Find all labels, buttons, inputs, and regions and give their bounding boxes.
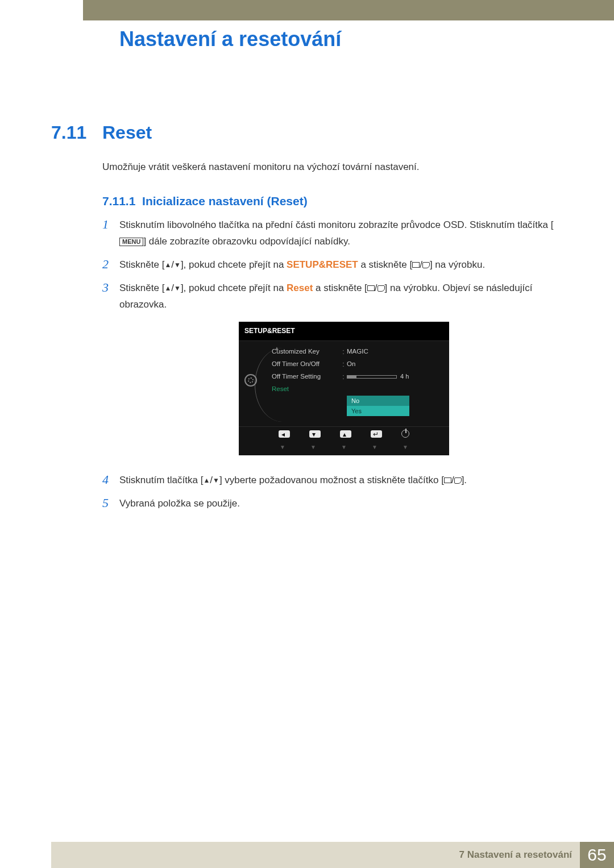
- gear-icon: [244, 374, 257, 387]
- subsection-title: Inicializace nastavení (Reset): [142, 194, 308, 207]
- enter-icon: [377, 285, 385, 292]
- slider-value: 4 h: [400, 373, 409, 380]
- triangle-down-icon: ▼: [174, 261, 181, 269]
- text: ] vyberte požadovanou možnost a stisknět…: [219, 475, 444, 485]
- chapter-tab: [51, 0, 83, 32]
- subsection-heading: 7.11.1 Inicializace nastavení (Reset): [102, 194, 308, 208]
- colon: :: [340, 359, 347, 370]
- enter-icon: [454, 477, 462, 484]
- osd-up-icon: [340, 430, 351, 438]
- step-text: Vybraná položka se použije.: [119, 496, 240, 512]
- menu-button-label: MENU: [119, 238, 143, 246]
- step-number: 2: [102, 257, 119, 273]
- menu-target: Reset: [287, 283, 313, 293]
- triangle-down-icon: ▼: [174, 284, 181, 292]
- section-number: 7.11: [51, 122, 86, 143]
- osd-power-icon: [401, 430, 409, 438]
- osd-row-off-timer-setting: Off Timer Setting : 4 h: [272, 371, 441, 383]
- osd-enter-icon: [371, 430, 382, 438]
- colon: :: [340, 346, 347, 358]
- step-1: 1 Stisknutím libovolného tlačítka na pře…: [102, 217, 563, 250]
- osd-value: MAGIC: [347, 346, 368, 358]
- tick-icon: ▼: [400, 442, 411, 452]
- triangle-up-icon: ▲: [164, 261, 171, 269]
- steps-list: 1 Stisknutím libovolného tlačítka na pře…: [102, 217, 563, 519]
- osd-footer-ticks: ▼ ▼ ▼ ▼ ▼: [239, 442, 449, 455]
- tick-icon: ▼: [277, 442, 288, 452]
- step-text: Stiskněte [▲/▼], pokud chcete přejít na …: [119, 280, 563, 466]
- rectangle-icon: [412, 262, 420, 268]
- osd-menu-items: Customized Key : MAGIC Off Timer On/Off …: [272, 346, 441, 416]
- dropdown-option-yes: Yes: [347, 406, 409, 416]
- osd-body: ▲ Customized Key : MAGIC Off Timer On/Of…: [239, 341, 449, 426]
- footer-chapter-label: 7 Nastavení a resetování: [459, 849, 572, 861]
- osd-row-reset: Reset: [272, 383, 441, 396]
- osd-arc-decoration: [255, 348, 289, 422]
- slider-icon: [347, 375, 397, 379]
- triangle-up-icon: ▲: [203, 476, 210, 484]
- tick-icon: ▼: [338, 442, 350, 452]
- step-text: Stiskněte [▲/▼], pokud chcete přejít na …: [119, 257, 485, 273]
- text: ], pokud chcete přejít na: [181, 259, 287, 270]
- osd-screenshot: SETUP&RESET ▲ Customized Key : MAGIC Off…: [239, 322, 449, 455]
- tick-icon: ▼: [369, 442, 380, 452]
- text: Stisknutím libovolného tlačítka na předn…: [119, 219, 553, 230]
- text: Stisknutím tlačítka [: [119, 475, 203, 485]
- step-number: 4: [102, 472, 119, 489]
- subsection-number: 7.11.1: [102, 194, 135, 207]
- text: ], pokud chcete přejít na: [181, 283, 287, 293]
- page-footer: 7 Nastavení a resetování 65: [51, 842, 614, 868]
- rectangle-icon: [367, 285, 375, 291]
- osd-value: On: [347, 359, 355, 370]
- page-number: 65: [580, 842, 614, 868]
- text: ] dále zobrazíte obrazovku odpovídající …: [143, 236, 350, 247]
- triangle-up-icon: ▲: [164, 284, 171, 292]
- step-number: 3: [102, 280, 119, 466]
- osd-row-off-timer-onoff: Off Timer On/Off : On: [272, 358, 441, 371]
- osd-down-icon: [309, 430, 321, 438]
- osd-back-icon: [279, 430, 290, 438]
- step-text: Stisknutím libovolného tlačítka na předn…: [119, 217, 563, 250]
- rectangle-icon: [444, 477, 451, 483]
- osd-row-customized-key: Customized Key : MAGIC: [272, 346, 441, 358]
- step-text: Stisknutím tlačítka [▲/▼] vyberte požado…: [119, 472, 467, 489]
- tick-icon: ▼: [308, 442, 319, 452]
- osd-value: 4 h: [347, 371, 409, 383]
- dropdown-option-no: No: [347, 396, 409, 406]
- colon: :: [340, 371, 347, 383]
- step-3: 3 Stiskněte [▲/▼], pokud chcete přejít n…: [102, 280, 563, 466]
- text: a stiskněte [: [313, 283, 367, 293]
- osd-footer-icons: [239, 426, 449, 442]
- header-bar: [51, 0, 614, 20]
- text: Stiskněte [: [119, 259, 164, 270]
- step-2: 2 Stiskněte [▲/▼], pokud chcete přejít n…: [102, 257, 563, 273]
- section-intro: Umožňuje vrátit veškerá nastavení monito…: [102, 161, 420, 173]
- step-number: 5: [102, 496, 119, 512]
- osd-reset-dropdown: No Yes: [347, 396, 409, 416]
- step-number: 1: [102, 217, 119, 250]
- text: ] na výrobku.: [430, 259, 485, 270]
- enter-icon: [422, 262, 430, 268]
- chapter-title: Nastavení a resetování: [119, 27, 341, 51]
- step-5: 5 Vybraná položka se použije.: [102, 496, 563, 512]
- section-title: Reset: [102, 122, 152, 143]
- text: a stiskněte [: [358, 259, 412, 270]
- text: ].: [462, 475, 467, 485]
- text: Stiskněte [: [119, 283, 164, 293]
- triangle-down-icon: ▼: [213, 476, 219, 484]
- osd-title: SETUP&RESET: [239, 322, 449, 340]
- menu-target: SETUP&RESET: [287, 259, 358, 270]
- step-4: 4 Stisknutím tlačítka [▲/▼] vyberte poža…: [102, 472, 563, 489]
